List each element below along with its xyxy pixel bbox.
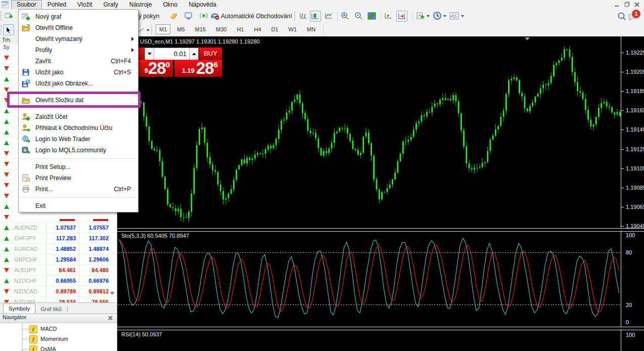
stochastic-indicator-chart[interactable] (118, 232, 621, 326)
pane-divider[interactable] (117, 327, 644, 330)
tab-symboly[interactable]: Symboly (3, 303, 35, 314)
cursor-tool-icon[interactable] (3, 24, 14, 35)
tile-windows-icon[interactable] (366, 10, 377, 21)
search-icon[interactable] (616, 11, 627, 22)
chart-shift-marker[interactable] (525, 37, 530, 40)
line-chart-type-icon[interactable] (324, 10, 335, 21)
restore-button[interactable] (623, 1, 631, 8)
strategy-tester-icon[interactable] (183, 10, 194, 21)
table-row-gbpchf[interactable]: GBPCHF1.295841.29606 (0, 254, 117, 265)
templates-dropdown[interactable] (461, 15, 464, 17)
new-order-button[interactable]: ý pokyn (139, 13, 159, 20)
toolbar-drag-handle[interactable] (151, 25, 154, 34)
timeframe-button-h4[interactable]: H4 (250, 24, 264, 34)
timeframe-button-m15[interactable]: M15 (192, 24, 209, 34)
timeframe-button-w1[interactable]: W1 (285, 24, 301, 34)
indicator-scale-label: 0 (626, 319, 644, 325)
table-row-nzdchf[interactable]: NZDCHF0.669550.66976 (0, 276, 117, 286)
navigator-panel: Navigátor ƒMACDƒMomentumƒOsMA (0, 314, 117, 351)
volume-decrease-icon[interactable] (145, 48, 154, 60)
chart-shift-icon[interactable] (396, 11, 407, 22)
pane-divider[interactable] (117, 228, 644, 232)
scroll-up-icon[interactable] (108, 317, 113, 320)
table-row-clipped[interactable] (0, 212, 117, 223)
menu-item-otevrit-offline[interactable]: Otevřít Offline (19, 22, 138, 33)
navigator-titlebar[interactable]: Navigátor (0, 314, 117, 323)
menu-item-zavrit[interactable]: ZavřítCtrl+F4 (19, 56, 138, 67)
menu-item-exit[interactable]: Exit (19, 200, 138, 211)
indicator-function-icon: ƒ (29, 345, 37, 351)
indicator-function-icon: ƒ (29, 335, 37, 343)
auto-scroll-icon[interactable] (383, 10, 394, 21)
menubar-item-vlozit[interactable]: Vložit (72, 0, 98, 9)
price-tick (621, 72, 624, 72)
zoom-in-icon[interactable] (339, 10, 350, 21)
templates-icon[interactable] (448, 10, 459, 21)
periods-clock-icon[interactable] (432, 10, 443, 21)
symbol-name: NZDCHF (14, 278, 37, 284)
timeframe-button-d1[interactable]: D1 (268, 24, 282, 34)
toolbar-drag-handle[interactable] (294, 11, 297, 20)
bar-chart-type-icon[interactable] (298, 10, 309, 21)
table-row-audnzd[interactable]: AUDNZD1.075371.07557 (0, 223, 117, 233)
menu-item-label: Exit (35, 202, 134, 209)
periods-dropdown[interactable] (443, 15, 446, 17)
timeframe-button-m30[interactable]: M30 (212, 24, 230, 34)
menu-item-ulozit-jako[interactable]: Uložit jakoCtrl+S (19, 67, 138, 78)
menu-item-print-setup[interactable]: Print Setup... (19, 161, 138, 172)
menu-item-ulozit-jako-obrazek[interactable]: Uložit jako Obrázek... (19, 78, 138, 89)
volume-increase-icon[interactable] (189, 48, 198, 60)
table-row-chfjpy[interactable]: CHFJPY117.283117.302 (0, 233, 117, 244)
volume-value[interactable]: 0.01 (154, 48, 189, 60)
menu-item-otevrit-vymazany[interactable]: Otevřít vymazaný (19, 33, 138, 45)
journal-icon[interactable] (168, 10, 179, 21)
buy-button[interactable]: BUY (199, 48, 222, 59)
sell-price-box[interactable]: 9 28 0 (139, 60, 173, 77)
menu-item-profily[interactable]: Profily (19, 45, 138, 56)
add-indicator-dropdown[interactable] (427, 15, 430, 17)
auto-trading-button[interactable]: Automatické Obchodování (221, 13, 292, 20)
menubar-item-napoveda[interactable]: Nápověda (183, 0, 222, 9)
buy-price-box[interactable]: 1.19 28 6 (174, 60, 222, 77)
menu-item-prihlasit-k-obchodnimu-uctu[interactable]: Přihlásit k Obchodnímu Účtu (19, 122, 138, 134)
auto-trading-icon[interactable] (209, 10, 220, 21)
menu-separator (20, 108, 137, 109)
timeframe-button-h1[interactable]: H1 (233, 24, 247, 34)
tab-graf-tiku[interactable]: Graf tiků (35, 304, 67, 314)
navigator-item-osma[interactable]: ƒOsMA (0, 344, 106, 351)
menubar-item-okno[interactable]: Okno (157, 0, 183, 9)
minimize-button[interactable] (613, 1, 621, 8)
menubar-item-nastroje[interactable]: Nástroje (124, 0, 158, 9)
menu-item-login-to-web-trader[interactable]: Login to Web Trader (19, 134, 138, 145)
timeframe-button-mn[interactable]: MN (303, 24, 319, 34)
menu-item-label: Otevřít vymazaný (35, 35, 131, 42)
signals-icon[interactable] (198, 10, 209, 21)
menu-item-print-preview[interactable]: Print Preview (19, 172, 138, 184)
menubar-item-soubor[interactable]: Soubor (11, 0, 42, 10)
close-button[interactable] (633, 1, 641, 8)
menu-item-zalozit-ucet[interactable]: Založit Účet (19, 111, 138, 122)
table-row-eurcad[interactable]: EURCAD1.488521.48874 (0, 244, 117, 254)
notification-badge[interactable]: 1 (632, 10, 640, 18)
scroll-down-icon[interactable] (110, 292, 115, 295)
table-row-nzdcad[interactable]: NZDCAD0.897890.89812 (0, 286, 117, 297)
menubar-item-pohled[interactable]: Pohled (42, 0, 72, 9)
menu-item-shortcut: Ctrl+P (114, 186, 131, 193)
menu-item-login-to-mql5-community[interactable]: 5Login to MQL5.community (19, 145, 138, 156)
table-row-audjpy[interactable]: AUDJPY84.46184.480 (0, 265, 117, 276)
zoom-out-icon[interactable] (353, 10, 364, 21)
timeframe-button-m5[interactable]: M5 (173, 24, 188, 34)
timeframe-button-m1[interactable]: M1 (156, 24, 170, 34)
add-indicator-icon[interactable] (415, 10, 426, 21)
new-chart-icon[interactable] (3, 10, 14, 21)
navigator-item-macd[interactable]: ƒMACD (0, 324, 106, 334)
menu-item-novy-graf[interactable]: Nový graf (19, 11, 138, 22)
price-scale-label: 1.19205 (626, 69, 644, 75)
menu-item-print[interactable]: Print...Ctrl+P (19, 184, 138, 195)
sell-button[interactable] (138, 48, 145, 59)
candlestick-chart-type-icon[interactable] (310, 11, 321, 22)
menubar-item-grafy[interactable]: Grafy (98, 0, 123, 9)
line-studies-dropdown[interactable] (147, 29, 150, 31)
menu-item-label: Otevřít Offline (35, 24, 134, 31)
navigator-item-momentum[interactable]: ƒMomentum (0, 334, 106, 344)
